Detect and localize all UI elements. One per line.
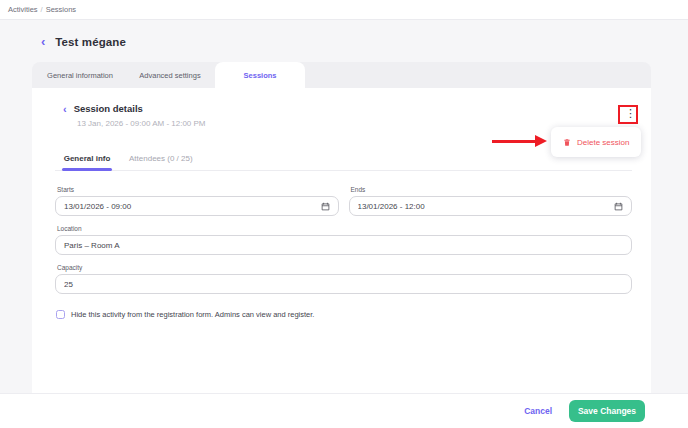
location-input[interactable] xyxy=(64,241,623,250)
subtab-bar: General info Attendees (0 / 25) xyxy=(55,154,632,171)
app-window: { "breadcrumb": { "items": ["Activities"… xyxy=(0,0,688,428)
back-icon[interactable]: ‹ xyxy=(41,37,45,47)
kebab-dropdown-menu: Delete session xyxy=(551,127,641,157)
breadcrumb-sessions[interactable]: Sessions xyxy=(46,5,76,14)
capacity-input-box xyxy=(55,274,632,294)
session-back-icon[interactable]: ‹ xyxy=(63,104,67,114)
location-field-group: Location xyxy=(55,225,632,255)
starts-input[interactable] xyxy=(64,202,321,211)
capacity-field-group: Capacity xyxy=(55,264,632,294)
delete-session-item[interactable]: Delete session xyxy=(577,138,629,147)
kebab-menu-icon[interactable]: ⋮ xyxy=(625,108,635,119)
starts-field-group: Starts xyxy=(55,186,339,216)
ends-field-group: Ends xyxy=(349,186,633,216)
location-input-box xyxy=(55,235,632,255)
session-title: Session details xyxy=(74,103,143,114)
tab-advanced-settings[interactable]: Advanced settings xyxy=(125,62,215,88)
active-subtab-indicator xyxy=(62,168,112,171)
datetime-row: Starts Ends xyxy=(55,186,632,216)
cancel-button[interactable]: Cancel xyxy=(524,406,552,416)
session-header: ‹ Session details xyxy=(63,88,632,114)
ends-input-box xyxy=(349,196,633,216)
breadcrumb-separator: / xyxy=(41,5,43,14)
breadcrumb: Activities / Sessions xyxy=(0,0,688,20)
subtab-attendees[interactable]: Attendees (0 / 25) xyxy=(128,154,194,170)
tab-bar: General information Advanced settings Se… xyxy=(32,62,651,88)
ends-label: Ends xyxy=(351,186,633,193)
tab-sessions[interactable]: Sessions xyxy=(215,62,305,88)
capacity-label: Capacity xyxy=(57,264,632,271)
main-card: General information Advanced settings Se… xyxy=(32,62,651,393)
trash-icon xyxy=(563,138,571,147)
hide-activity-label: Hide this activity from the registration… xyxy=(71,310,314,319)
tab-general-information[interactable]: General information xyxy=(35,62,125,88)
save-changes-button[interactable]: Save Changes xyxy=(569,400,645,422)
ends-input[interactable] xyxy=(358,202,615,211)
session-date: 13 Jan, 2026 - 09:00 AM - 12:00 PM xyxy=(77,119,632,128)
page-title: Test mégane xyxy=(55,36,126,48)
footer-bar: Cancel Save Changes xyxy=(0,393,688,428)
capacity-input[interactable] xyxy=(64,280,623,289)
hide-activity-checkbox[interactable] xyxy=(56,310,65,319)
location-label: Location xyxy=(57,225,632,232)
calendar-icon[interactable] xyxy=(614,202,623,211)
starts-input-box xyxy=(55,196,339,216)
starts-label: Starts xyxy=(57,186,339,193)
hide-activity-row: Hide this activity from the registration… xyxy=(56,310,632,319)
calendar-icon[interactable] xyxy=(321,202,330,211)
page-header: ‹ Test mégane xyxy=(41,36,126,48)
breadcrumb-activities[interactable]: Activities xyxy=(8,5,38,14)
